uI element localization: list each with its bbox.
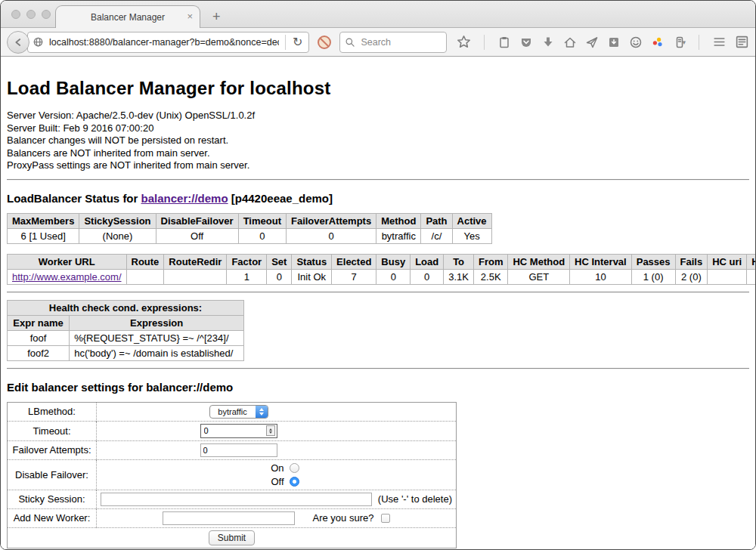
divider (285, 35, 286, 50)
select-stepper-icon (256, 405, 268, 419)
add-worker-input[interactable] (163, 511, 295, 525)
column-header: Factor (227, 254, 267, 269)
sticky-session-label: Sticky Session: (8, 490, 97, 508)
cell-from: 2.5K (473, 269, 508, 284)
radio-on-label: On (271, 462, 284, 474)
radio-on[interactable] (290, 463, 299, 473)
balancer-params-table: MaxMembers StickySession DisableFailover… (7, 213, 492, 244)
table-header-row: MaxMembers StickySession DisableFailover… (8, 213, 492, 228)
column-header: From (473, 254, 508, 269)
cell-passes: 1 (0) (631, 269, 675, 284)
column-header: HC Expr (747, 254, 755, 269)
cell-active: Yes (452, 228, 491, 243)
close-window-button[interactable] (11, 10, 20, 19)
cell-set: 0 (267, 269, 292, 284)
server-built-line: Server Built: Feb 9 2016 07:00:20 (7, 122, 749, 135)
radio-off[interactable] (290, 477, 299, 487)
window-controls (11, 10, 51, 19)
home-icon[interactable] (563, 36, 577, 49)
url-bar[interactable]: ↻ (27, 32, 309, 53)
cell-maxmembers: 6 [1 Used] (8, 228, 79, 243)
notes-extension-icon[interactable]: ▾ (673, 36, 686, 49)
cell-timeout: 0 (238, 228, 286, 243)
downloads-icon[interactable] (541, 36, 555, 49)
column-header: Passes (631, 254, 675, 269)
health-check-table: Health check cond. expressions: Expr nam… (7, 300, 244, 361)
maximize-window-button[interactable] (42, 10, 51, 19)
feedback-smiley-icon[interactable] (629, 36, 643, 49)
reader-grid-icon[interactable] (735, 35, 749, 49)
column-header: HC Interval (570, 254, 632, 269)
notice-line: Balancers are NOT inherited from main se… (7, 147, 749, 160)
balancer-settings-form: LBmethod: bytraffic Timeout: (7, 402, 457, 548)
server-version-line: Server Version: Apache/2.5.0-dev (Unix) … (7, 110, 749, 122)
lbmethod-selected-value: bytraffic (210, 407, 256, 416)
cell-hc-expr: foof2 (747, 269, 755, 284)
page-title: Load Balancer Manager for localhost (7, 78, 749, 99)
worker-row: http://www.example.com/ 1 0 Init Ok 7 0 … (8, 269, 756, 284)
cell-status: Init Ok (292, 269, 332, 284)
submit-button[interactable]: Submit (209, 530, 255, 545)
form-row-submit: Submit (8, 527, 457, 548)
cell-path: /c/ (421, 228, 452, 243)
tab-balancer-manager[interactable]: Balancer Manager × (55, 5, 200, 28)
health-table-title: Health check cond. expressions: (8, 300, 244, 315)
reload-icon[interactable]: ↻ (290, 36, 305, 48)
search-bar[interactable] (339, 32, 447, 53)
column-header: Load (411, 254, 444, 269)
search-icon (345, 37, 355, 48)
table-header-row: Expr name Expression (8, 315, 244, 330)
timeout-input[interactable] (203, 425, 266, 436)
column-header: HC Method (508, 254, 570, 269)
column-header: Expression (70, 315, 244, 330)
bookmark-star-icon[interactable] (457, 35, 471, 49)
back-button[interactable] (7, 31, 29, 54)
search-input[interactable] (359, 36, 442, 48)
tab-close-icon[interactable]: × (187, 11, 193, 21)
pocket-icon[interactable] (519, 36, 533, 49)
cell-busy: 0 (376, 269, 411, 284)
worker-table: Worker URL Route RouteRedir Factor Set S… (7, 254, 755, 285)
content-blocker-icon[interactable] (317, 35, 332, 50)
new-tab-button[interactable]: + (212, 10, 221, 23)
column-header: DisableFailover (156, 213, 238, 228)
heading-prefix: LoadBalancer Status for (7, 192, 141, 205)
timeout-label: Timeout: (8, 421, 97, 440)
cell-stickysession: (None) (79, 228, 156, 243)
sticky-session-input[interactable] (101, 493, 372, 506)
disable-failover-label: Disable Failover: (8, 459, 97, 490)
column-header: StickySession (79, 213, 156, 228)
back-arrow-icon (12, 36, 24, 48)
column-header: Fails (675, 254, 708, 269)
cell-route (126, 269, 164, 284)
radio-off-label: Off (271, 476, 284, 487)
cell-fails: 2 (0) (675, 269, 708, 284)
form-row-disable-failover: Disable Failover: On Off (8, 459, 457, 490)
minimize-window-button[interactable] (26, 10, 36, 19)
cell-expr-name: foof (8, 330, 70, 345)
cell-hc-interval: 10 (570, 269, 632, 284)
send-plane-icon[interactable] (585, 36, 599, 49)
menu-hamburger-icon[interactable] (712, 35, 727, 49)
lbmethod-select[interactable]: bytraffic (209, 405, 268, 419)
balancer-demo-link[interactable]: balancer://demo (141, 192, 228, 205)
extension-colordots-icon[interactable] (651, 36, 665, 49)
failover-attempts-input[interactable] (200, 443, 277, 457)
cell-elected: 7 (332, 269, 376, 284)
section-divider (7, 368, 749, 369)
url-input[interactable] (48, 36, 280, 48)
form-row-sticky-session: Sticky Session: (Use '-' to delete) (8, 490, 457, 508)
column-header: Timeout (238, 213, 286, 228)
are-you-sure-checkbox[interactable] (381, 514, 390, 523)
balancer-status-heading: LoadBalancer Status for balancer://demo … (7, 192, 749, 205)
divider (484, 35, 485, 50)
number-spinner-icon[interactable] (266, 425, 275, 436)
column-header: Busy (376, 254, 411, 269)
dropdown-caret-icon[interactable]: ▾ (682, 39, 686, 46)
screenshot-icon[interactable] (607, 36, 621, 49)
cell-expr-name: foof2 (8, 345, 70, 360)
lbmethod-label: LBmethod: (8, 402, 97, 421)
table-title-row: Health check cond. expressions: (8, 300, 244, 315)
clipboard-icon[interactable] (497, 36, 511, 49)
worker-url-link[interactable]: http://www.example.com/ (12, 271, 122, 283)
